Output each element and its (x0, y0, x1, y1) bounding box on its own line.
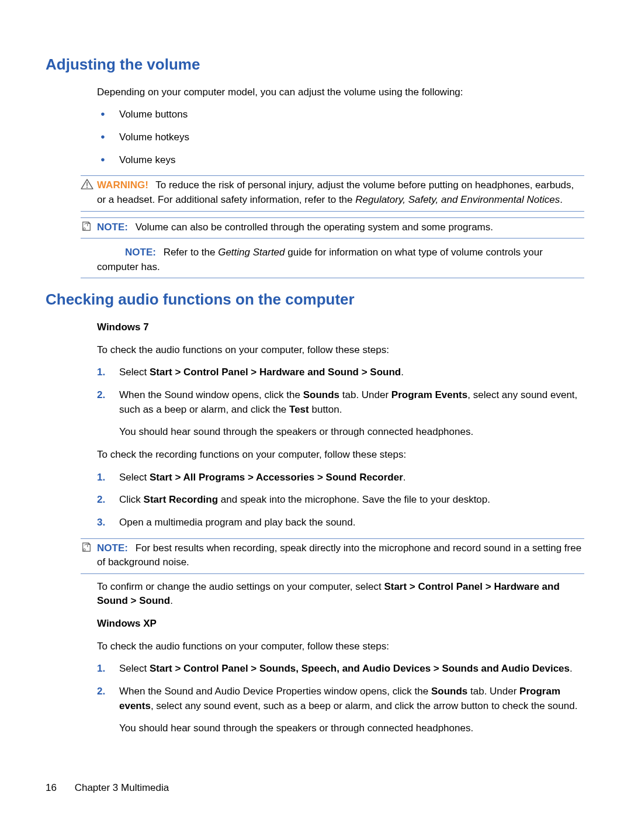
list-item: 1. Select Start > All Programs > Accesso… (97, 471, 584, 485)
text-win7-rec-intro: To check the recording functions on your… (97, 448, 584, 462)
page-footer: 16 Chapter 3 Multimedia (46, 781, 169, 796)
heading-adjusting-volume: Adjusting the volume (46, 54, 584, 76)
list-item: 1. Select Start > Control Panel > Hardwa… (97, 365, 584, 380)
list-winxp-audio-steps: 1. Select Start > Control Panel > Sounds… (97, 662, 584, 736)
list-number: 2. (97, 685, 115, 699)
warning-label: WARNING! (97, 179, 148, 191)
list-item: Volume hotkeys (97, 130, 584, 145)
note-label: NOTE: (97, 542, 128, 554)
warning-triangle-icon (81, 179, 93, 189)
list-win7-audio-steps: 1. Select Start > Control Panel > Hardwa… (97, 365, 584, 440)
heading-checking-audio: Checking audio functions on the computer (46, 289, 584, 311)
list-number: 1. (97, 365, 115, 380)
list-number: 1. (97, 471, 115, 485)
list-item: 1. Select Start > Control Panel > Sounds… (97, 662, 584, 676)
list-item: 2. Click Start Recording and speak into … (97, 493, 584, 507)
text-win7-confirm: To confirm or change the audio settings … (97, 580, 584, 609)
callout-note: NOTE: Volume can also be controlled thro… (81, 217, 584, 239)
list-item: Volume keys (97, 153, 584, 168)
list-number: 3. (97, 516, 115, 530)
chapter-label: Chapter 3 Multimedia (75, 782, 169, 793)
list-number: 2. (97, 388, 115, 403)
callout-note-secondary: NOTE: Refer to the Getting Started guide… (81, 244, 584, 278)
note-text: Volume can also be controlled through th… (136, 222, 493, 233)
list-number: 2. (97, 493, 115, 507)
svg-point-3 (84, 548, 86, 551)
list-item: 2. When the Sound and Audio Device Prope… (97, 685, 584, 736)
note-page-icon (81, 542, 93, 552)
note-text: Refer to the Getting Started guide for i… (97, 247, 543, 272)
subhead-windows-xp: Windows XP (97, 617, 584, 631)
list-volume-controls: Volume buttons Volume hotkeys Volume key… (97, 108, 584, 167)
note-page-icon (81, 221, 93, 231)
list-number: 1. (97, 662, 115, 676)
note-label: NOTE: (97, 222, 128, 233)
list-item: 3. Open a multimedia program and play ba… (97, 516, 584, 530)
list-win7-recording-steps: 1. Select Start > All Programs > Accesso… (97, 471, 584, 530)
note-label: NOTE: (125, 247, 156, 258)
callout-note-recording: NOTE: For best results when recording, s… (81, 538, 584, 574)
note-text: For best results when recording, speak d… (97, 542, 581, 568)
callout-warning: WARNING! To reduce the risk of personal … (81, 175, 584, 211)
text-winxp-check-intro: To check the audio functions on your com… (97, 639, 584, 654)
text-volume-intro: Depending on your computer model, you ca… (97, 85, 584, 100)
subhead-windows-7: Windows 7 (97, 320, 584, 335)
svg-point-1 (86, 187, 88, 188)
list-item: 2. When the Sound window opens, click th… (97, 388, 584, 440)
text-win7-check-intro: To check the audio functions on your com… (97, 343, 584, 358)
page-number: 16 (46, 782, 57, 793)
warning-text: To reduce the risk of personal injury, a… (97, 179, 574, 205)
svg-point-2 (84, 227, 86, 230)
list-item: Volume buttons (97, 108, 584, 122)
